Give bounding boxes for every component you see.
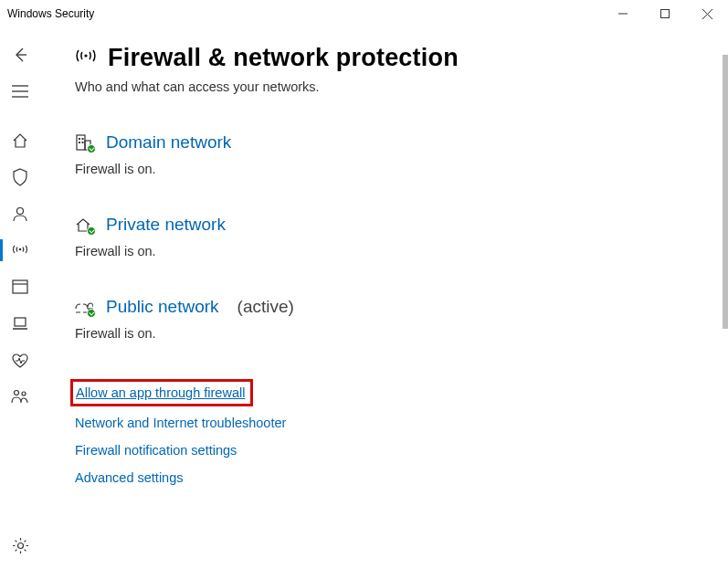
domain-network-section: Domain network Firewall is on.: [75, 132, 706, 176]
maximize-button[interactable]: [644, 0, 686, 27]
window-controls: [602, 0, 728, 27]
sidebar-item-virus-threat[interactable]: [0, 159, 40, 195]
sidebar: [0, 27, 40, 569]
scrollbar[interactable]: [723, 55, 728, 329]
building-icon: [75, 134, 93, 151]
gear-icon: [12, 537, 29, 554]
highlighted-link-box: Allow an app through firewall: [70, 379, 253, 406]
firewall-notification-settings-link[interactable]: Firewall notification settings: [75, 443, 706, 458]
sidebar-item-device-security[interactable]: [0, 305, 40, 342]
svg-rect-10: [13, 280, 27, 293]
window-icon: [12, 279, 28, 294]
svg-rect-1: [661, 10, 670, 18]
svg-point-9: [19, 248, 22, 251]
public-network-status: Firewall is on.: [75, 326, 706, 341]
public-network-active-tag: (active): [237, 297, 294, 317]
home-icon: [12, 132, 28, 149]
domain-network-status: Firewall is on.: [75, 162, 706, 176]
sidebar-item-settings[interactable]: [0, 527, 40, 564]
domain-network-link[interactable]: Domain network: [106, 132, 231, 153]
public-network-section: Public network (active) Firewall is on.: [75, 297, 706, 341]
network-troubleshooter-link[interactable]: Network and Internet troubleshooter: [75, 416, 706, 430]
heart-pulse-icon: [11, 353, 29, 368]
sidebar-item-performance[interactable]: [0, 342, 40, 378]
svg-rect-22: [82, 142, 84, 143]
svg-point-16: [84, 54, 87, 57]
page-subtitle: Who and what can access your networks.: [75, 79, 706, 94]
private-network-section: Private network Firewall is on.: [75, 215, 706, 258]
home-network-icon: [75, 216, 93, 233]
sidebar-item-family[interactable]: [0, 378, 40, 415]
people-icon: [11, 388, 29, 405]
sidebar-item-app-browser[interactable]: [0, 269, 40, 305]
private-network-link[interactable]: Private network: [106, 215, 226, 235]
close-button[interactable]: [686, 0, 728, 27]
minimize-button[interactable]: [602, 0, 644, 27]
public-network-icon: [75, 299, 93, 315]
svg-point-14: [22, 392, 26, 395]
advanced-settings-link[interactable]: Advanced settings: [75, 470, 706, 485]
menu-button[interactable]: [0, 73, 40, 110]
main-content: Firewall & network protection Who and wh…: [40, 27, 728, 569]
antenna-icon: [11, 242, 29, 258]
antenna-icon: [75, 47, 97, 69]
svg-rect-12: [15, 318, 26, 326]
back-button[interactable]: [0, 37, 40, 73]
laptop-icon: [12, 316, 28, 331]
allow-app-through-firewall-link[interactable]: Allow an app through firewall: [76, 385, 245, 400]
sidebar-item-home[interactable]: [0, 122, 40, 159]
sidebar-item-firewall[interactable]: [0, 232, 40, 269]
window-title: Windows Security: [7, 7, 602, 20]
private-network-status: Firewall is on.: [75, 244, 706, 258]
svg-rect-21: [79, 142, 80, 143]
svg-rect-17: [77, 135, 85, 150]
sidebar-item-account[interactable]: [0, 195, 40, 232]
shield-icon: [12, 168, 28, 186]
svg-point-8: [17, 208, 24, 215]
person-icon: [12, 205, 28, 222]
svg-point-15: [17, 543, 23, 548]
svg-rect-19: [79, 138, 80, 140]
page-title: Firewall & network protection: [108, 44, 459, 72]
public-network-link[interactable]: Public network: [106, 297, 219, 317]
settings-links: Allow an app through firewall Network an…: [75, 379, 706, 485]
svg-point-13: [15, 391, 19, 395]
title-bar: Windows Security: [0, 0, 728, 27]
svg-rect-20: [82, 138, 84, 140]
